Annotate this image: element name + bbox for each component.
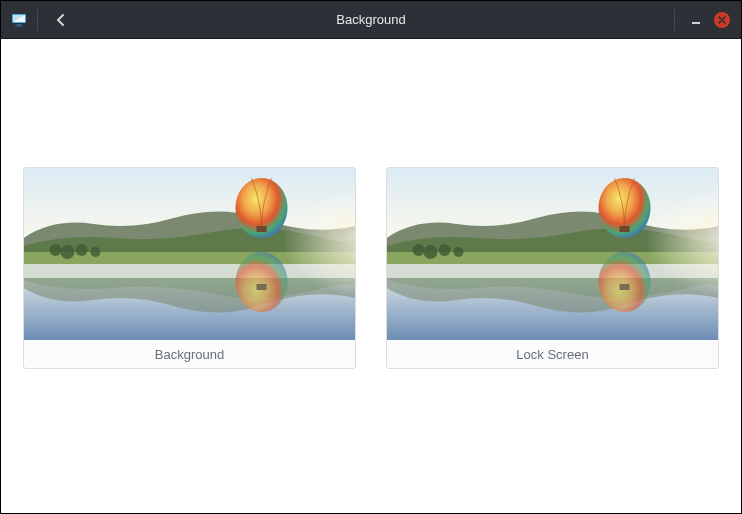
svg-rect-28 — [620, 284, 630, 290]
window-title: Background — [1, 12, 741, 27]
lock-screen-thumbnail — [387, 168, 718, 340]
svg-rect-17 — [257, 284, 267, 290]
svg-point-10 — [61, 245, 75, 259]
titlebar-separator-left — [37, 9, 38, 31]
svg-point-22 — [439, 244, 451, 256]
minimize-button[interactable] — [683, 7, 709, 33]
settings-window: Background — [0, 0, 742, 514]
titlebar: Background — [1, 1, 741, 39]
close-button[interactable] — [709, 7, 735, 33]
content-area: Background — [1, 39, 741, 513]
svg-point-9 — [50, 244, 62, 256]
svg-rect-3 — [17, 24, 21, 26]
background-thumbnail — [24, 168, 355, 340]
svg-rect-5 — [692, 22, 700, 24]
back-button[interactable] — [48, 7, 74, 33]
chevron-left-icon — [55, 14, 67, 26]
svg-rect-27 — [620, 226, 630, 232]
lock-screen-card[interactable]: Lock Screen — [386, 167, 719, 369]
svg-point-23 — [454, 247, 464, 257]
svg-point-20 — [413, 244, 425, 256]
svg-rect-16 — [257, 226, 267, 232]
background-card-label: Background — [24, 340, 355, 368]
svg-point-12 — [91, 247, 101, 257]
background-card[interactable]: Background — [23, 167, 356, 369]
window-controls — [666, 1, 741, 38]
monitor-icon — [11, 12, 27, 28]
lock-screen-card-label: Lock Screen — [387, 340, 718, 368]
svg-point-11 — [76, 244, 88, 256]
close-icon — [713, 11, 731, 29]
titlebar-separator-right — [674, 9, 675, 31]
minimize-icon — [691, 15, 701, 25]
svg-point-21 — [424, 245, 438, 259]
svg-rect-4 — [15, 25, 23, 26]
